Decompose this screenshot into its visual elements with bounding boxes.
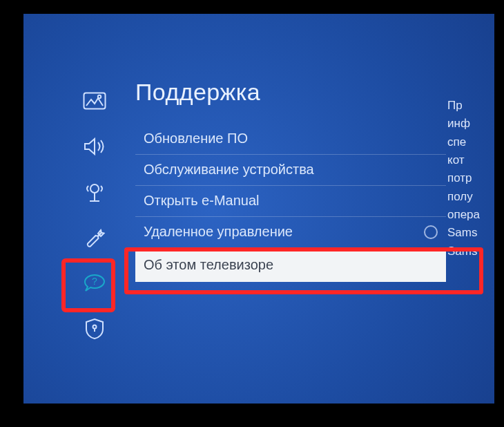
tv-screen: ? Поддержка Обновление ПО Обслуживание у… <box>23 14 494 404</box>
sidebar-item-privacy[interactable] <box>74 314 115 347</box>
sidebar-item-general[interactable] <box>74 222 115 256</box>
shield-icon <box>85 318 104 343</box>
broadcast-icon <box>83 180 106 207</box>
wrench-icon <box>84 227 106 252</box>
description-line: Пр <box>447 97 494 115</box>
menu-item-label: Открыть e-Manual <box>144 193 259 209</box>
menu-item-e-manual[interactable]: Открыть e-Manual <box>135 186 446 217</box>
menu-item-label: Удаленное управление <box>144 224 293 240</box>
sidebar-item-picture[interactable] <box>74 86 115 119</box>
description-line: опера <box>447 206 494 224</box>
description-line: инф <box>447 115 494 133</box>
svg-rect-0 <box>84 93 106 109</box>
description-line: потр <box>447 169 494 187</box>
page-title: Поддержка <box>135 79 446 106</box>
sidebar-item-broadcast[interactable] <box>74 177 115 210</box>
sound-icon <box>83 136 106 160</box>
description-panel: Пр инф спе кот потр полу опера Sams Sams <box>447 97 494 260</box>
radio-indicator <box>424 225 438 239</box>
description-line: Sams <box>447 224 494 242</box>
sidebar-item-sound[interactable] <box>74 131 115 164</box>
description-line: кот <box>447 151 494 169</box>
menu-item-software-update[interactable]: Обновление ПО <box>135 124 446 155</box>
menu-item-device-care[interactable]: Обслуживание устройства <box>135 155 446 186</box>
tv-bezel: ? Поддержка Обновление ПО Обслуживание у… <box>0 0 504 427</box>
svg-point-2 <box>90 184 99 193</box>
description-line: спе <box>447 133 494 151</box>
menu-item-label: Обслуживание устройства <box>144 162 314 178</box>
menu-item-label: Обновление ПО <box>144 131 248 146</box>
svg-point-1 <box>98 95 101 98</box>
description-line: полу <box>447 188 494 206</box>
picture-icon <box>83 92 106 113</box>
svg-point-4 <box>93 325 97 329</box>
annotation-sidebar-highlight <box>61 258 115 312</box>
menu-item-remote-management[interactable]: Удаленное управление <box>135 217 446 248</box>
annotation-item-highlight <box>124 247 483 294</box>
